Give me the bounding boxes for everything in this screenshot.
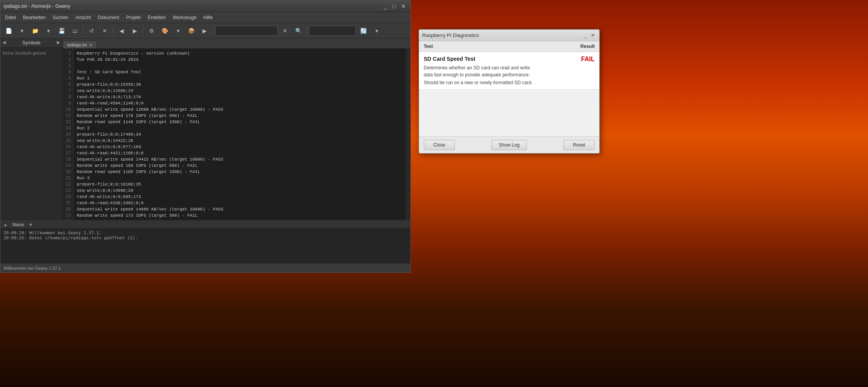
menu-projekt[interactable]: Projekt xyxy=(123,14,144,21)
geany-close-button[interactable]: ✕ xyxy=(400,3,407,9)
toolbar-separator-2 xyxy=(113,27,113,35)
bottom-panel-next[interactable]: ▼ xyxy=(27,222,34,228)
diagnostics-result-column-header: Result xyxy=(580,44,595,49)
menu-suchen[interactable]: Suchen xyxy=(49,14,72,21)
bottom-panel: ▲ Status ▼ 20:08:24: Willkommen bei Gean… xyxy=(0,220,410,263)
diagnostics-spacer xyxy=(419,90,599,136)
toolbar-compile-button[interactable]: 📦 xyxy=(185,25,197,36)
geany-window-controls: _ □ ✕ xyxy=(382,3,407,9)
diagnostics-test-row: SD Card Speed Test FAIL Determines wheth… xyxy=(419,52,599,90)
diagnostics-reset-button[interactable]: Reset xyxy=(563,140,595,150)
geany-titlebar: rpdiags.txt - /home/pi - Geany _ □ ✕ xyxy=(0,0,410,12)
toolbar-prefs-button[interactable]: ⚙ xyxy=(146,25,157,36)
toolbar-run-button[interactable]: ▶ xyxy=(199,25,210,36)
toolbar-separator-4 xyxy=(213,27,213,35)
diagnostics-test-header: SD Card Speed Test FAIL xyxy=(424,56,595,63)
toolbar-open-dropdown[interactable]: ▾ xyxy=(42,25,54,36)
toolbar-separator-1 xyxy=(83,27,83,35)
toolbar-open-button[interactable]: 📁 xyxy=(29,25,41,36)
bottom-log: 20:08:24: Willkommen bei Geany 1.37.1.20… xyxy=(0,229,410,263)
diagnostics-close-button[interactable]: ✕ xyxy=(590,32,596,38)
toolbar-clear-search-button[interactable]: ✕ xyxy=(279,25,291,36)
sidebar-symbols-content: Keine Symbole gefund xyxy=(0,48,62,220)
geany-sidebar: ◀ Symbole ▶ Keine Symbole gefund xyxy=(0,39,63,220)
geany-content-area: ◀ Symbole ▶ Keine Symbole gefund rpdiags… xyxy=(0,39,410,220)
diagnostics-test-result: FAIL xyxy=(581,56,595,63)
sidebar-tab-symbole[interactable]: Symbole xyxy=(8,39,55,47)
diagnostics-body: Test Result SD Card Speed Test FAIL Dete… xyxy=(419,41,599,153)
toolbar-separator-5 xyxy=(306,27,307,35)
toolbar-replace-button[interactable]: 🔄 xyxy=(357,25,369,36)
editor-tabs: rpdiags.txt ✕ xyxy=(63,39,410,49)
toolbar-save-button[interactable]: 💾 xyxy=(56,25,67,36)
bottom-panel-tabs: ▲ Status ▼ xyxy=(0,221,410,229)
menu-dokument[interactable]: Dokument xyxy=(95,14,122,21)
diagnostics-table-header: Test Result xyxy=(419,41,599,52)
toolbar-save-session-button[interactable]: 🗂 xyxy=(69,25,81,36)
diagnostics-dialog: Raspberry Pi Diagnostics _ ✕ Test Result… xyxy=(419,29,600,154)
line-numbers: 12345 678910 1112131415 1617181920 21222… xyxy=(63,49,74,220)
menu-bearbeiten[interactable]: Bearbeiten xyxy=(20,14,49,21)
status-bar-text: Willkommen bei Geany 1.37.1. xyxy=(4,266,62,270)
diagnostics-close-button[interactable]: Close xyxy=(424,140,455,150)
geany-menubar: Datei Bearbeiten Suchen Ansicht Dokument… xyxy=(0,12,410,23)
bottom-panel-status-tab[interactable]: Status xyxy=(9,221,27,228)
diagnostics-show-log-button[interactable]: Show Log xyxy=(491,140,527,150)
editor-tab-filename: rpdiags.txt xyxy=(67,42,87,47)
code-editor[interactable]: Raspberry Pi Diagnostics - version (unkn… xyxy=(74,49,406,220)
editor-body: 12345 678910 1112131415 1617181920 21222… xyxy=(63,49,410,220)
toolbar-forward-button[interactable]: ▶ xyxy=(129,25,141,36)
diagnostics-test-note: Should be run on a new or newly-formatte… xyxy=(424,80,595,85)
toolbar-more-button[interactable]: ▾ xyxy=(371,25,382,36)
diagnostics-title: Raspberry Pi Diagnostics xyxy=(422,32,479,38)
toolbar-close-button[interactable]: ✕ xyxy=(99,25,111,36)
toolbar-color-dropdown[interactable]: ▾ xyxy=(172,25,184,36)
menu-datei[interactable]: Datei xyxy=(2,14,19,21)
diagnostics-window-controls: _ ✕ xyxy=(583,32,596,38)
diagnostics-titlebar: Raspberry Pi Diagnostics _ ✕ xyxy=(419,30,599,41)
diagnostics-minimize-button[interactable]: _ xyxy=(583,32,588,38)
menu-ansicht[interactable]: Ansicht xyxy=(72,14,94,21)
toolbar-back-button[interactable]: ◀ xyxy=(116,25,127,36)
editor-tab-rpdiags[interactable]: rpdiags.txt ✕ xyxy=(63,41,97,48)
sidebar-prev-button[interactable]: ◀ xyxy=(0,39,8,47)
toolbar-new-dropdown[interactable]: ▾ xyxy=(16,25,28,36)
sidebar-next-button[interactable]: ▶ xyxy=(55,39,62,47)
geany-minimize-button[interactable]: _ xyxy=(382,3,389,9)
menu-werkzeuge[interactable]: Werkzeuge xyxy=(170,14,199,21)
diagnostics-test-description: Determines whether an SD card can read a… xyxy=(424,64,595,78)
geany-status-bar: Willkommen bei Geany 1.37.1. xyxy=(0,263,410,272)
bottom-panel-prev[interactable]: ▲ xyxy=(2,222,9,228)
editor-tab-close-button[interactable]: ✕ xyxy=(89,43,92,47)
menu-erstellen[interactable]: Erstellen xyxy=(144,14,169,21)
toolbar-replace-input[interactable] xyxy=(309,26,356,36)
editor-scrollbar[interactable] xyxy=(406,49,410,220)
toolbar-find-button[interactable]: 🔍 xyxy=(292,25,304,36)
geany-window: rpdiags.txt - /home/pi - Geany _ □ ✕ Dat… xyxy=(0,0,411,273)
diagnostics-footer: Close Show Log Reset xyxy=(419,136,599,153)
toolbar-new-button[interactable]: 📄 xyxy=(3,25,14,36)
editor-area: rpdiags.txt ✕ 12345 678910 1112131415 16… xyxy=(63,39,410,220)
geany-window-title: rpdiags.txt - /home/pi - Geany xyxy=(4,3,70,9)
toolbar-reload-button[interactable]: ↺ xyxy=(86,25,97,36)
menu-hilfe[interactable]: Hilfe xyxy=(200,14,216,21)
geany-toolbar: 📄 ▾ 📁 ▾ 💾 🗂 ↺ ✕ ◀ ▶ ⚙ 🎨 ▾ 📦 ▶ ✕ 🔍 🔄 ▾ xyxy=(0,23,410,39)
toolbar-color-button[interactable]: 🎨 xyxy=(159,25,171,36)
geany-maximize-button[interactable]: □ xyxy=(391,3,397,9)
sidebar-tabs: ◀ Symbole ▶ xyxy=(0,39,62,48)
toolbar-separator-3 xyxy=(143,27,143,35)
toolbar-search-input[interactable] xyxy=(215,26,278,36)
diagnostics-test-column-header: Test xyxy=(424,44,433,49)
diagnostics-test-name: SD Card Speed Test xyxy=(424,56,475,62)
